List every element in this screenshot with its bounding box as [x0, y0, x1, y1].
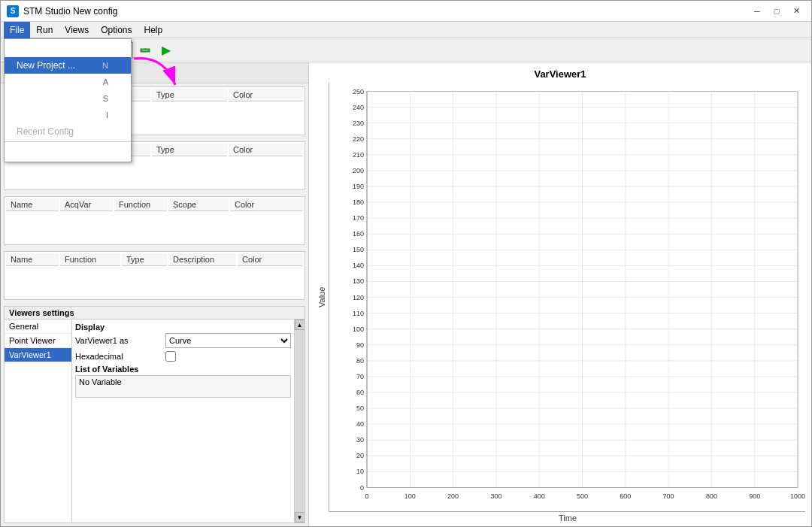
- viewers-settings: Viewers settings General Point Viewer Va…: [4, 306, 305, 523]
- variables-list-box: No Variable: [75, 375, 291, 398]
- svg-text:900: 900: [749, 492, 760, 500]
- menu-import-variables[interactable]: Import variables I: [5, 107, 131, 123]
- svg-text:300: 300: [490, 492, 501, 500]
- svg-text:120: 120: [353, 294, 364, 301]
- svg-text:200: 200: [353, 167, 364, 174]
- svg-text:800: 800: [706, 492, 717, 500]
- col-acqvar: AcqVar: [60, 198, 113, 211]
- list-of-variables-label: List of Variables: [75, 365, 291, 374]
- menu-exit[interactable]: Exit: [5, 144, 131, 160]
- svg-text:600: 600: [620, 492, 631, 500]
- col-color-vars: Color: [229, 89, 303, 101]
- x-axis-label: Time: [315, 513, 805, 522]
- svg-text:80: 80: [356, 357, 364, 365]
- title-bar-controls: ─ □ ✕: [748, 5, 805, 18]
- hexadecimal-label: Hexadecimal: [75, 352, 165, 361]
- svg-text:30: 30: [356, 436, 364, 444]
- svg-text:250: 250: [353, 88, 364, 95]
- title-bar: S STM Studio New config ─ □ ✕: [1, 1, 811, 22]
- svg-rect-7: [143, 50, 147, 51]
- menu-help[interactable]: Help: [138, 22, 169, 38]
- svg-text:140: 140: [353, 262, 364, 269]
- run-button[interactable]: ▶: [157, 41, 175, 59]
- svg-text:130: 130: [353, 277, 364, 285]
- maximize-button[interactable]: □: [768, 5, 786, 18]
- viewer-tab-point[interactable]: Point Viewer: [5, 334, 71, 348]
- col-type-vars: Type: [152, 89, 227, 101]
- functions-section: Name Function Type Description Color: [4, 251, 305, 300]
- menu-options[interactable]: Options: [95, 22, 138, 38]
- col-function: Function: [60, 253, 120, 266]
- col-type-func: Type: [122, 253, 167, 266]
- svg-text:500: 500: [577, 492, 588, 500]
- app-icon: S: [7, 5, 19, 17]
- menu-recent-config: Recent Config: [5, 123, 131, 140]
- svg-text:400: 400: [534, 492, 545, 500]
- svg-text:1000: 1000: [790, 492, 805, 500]
- table-row: [6, 213, 303, 225]
- acqvar-section: Name AcqVar Function Scope Color: [4, 196, 305, 245]
- connect-button[interactable]: [136, 41, 154, 59]
- svg-text:20: 20: [356, 452, 364, 459]
- menu-bar: File Open ... New Project ... N Save Pro…: [1, 22, 811, 38]
- chart-title: VarViewer1: [315, 68, 805, 80]
- svg-text:70: 70: [356, 373, 364, 380]
- menu-run[interactable]: Run: [30, 22, 59, 38]
- svg-text:180: 180: [353, 198, 364, 206]
- svg-text:230: 230: [353, 120, 364, 127]
- display-label: Display: [75, 323, 291, 332]
- menu-file[interactable]: File Open ... New Project ... N Save Pro…: [4, 22, 30, 38]
- svg-text:0: 0: [365, 492, 368, 500]
- menu-save[interactable]: Save ... S: [5, 90, 131, 107]
- viewers-content: General Point Viewer VarViewer1 Display …: [5, 320, 304, 522]
- right-panel: VarViewer1 Value 01020304050607080901001…: [309, 62, 811, 526]
- close-button[interactable]: ✕: [787, 5, 805, 18]
- svg-text:60: 60: [356, 389, 364, 396]
- varviewer-as-select[interactable]: Curve: [165, 333, 291, 348]
- viewer-tab-general[interactable]: General: [5, 320, 71, 334]
- col-scope: Scope: [168, 198, 229, 211]
- svg-text:90: 90: [356, 341, 364, 349]
- svg-text:210: 210: [353, 151, 364, 159]
- scrollbar: ▲ ▼: [294, 320, 304, 522]
- title-bar-left: S STM Studio New config: [7, 5, 117, 17]
- svg-text:40: 40: [356, 420, 364, 428]
- svg-text:190: 190: [353, 183, 364, 190]
- col-name-acq: Name: [6, 198, 59, 211]
- minimize-button[interactable]: ─: [748, 5, 766, 18]
- y-axis-label: Value: [315, 83, 329, 512]
- col-color-func: Color: [238, 253, 303, 266]
- viewers-main: Display VarViewer1 as Curve Hexadecimal …: [72, 320, 294, 522]
- viewers-settings-title: Viewers settings: [5, 307, 304, 320]
- scroll-up-arrow[interactable]: ▲: [295, 320, 305, 330]
- menu-views[interactable]: Views: [59, 22, 95, 38]
- svg-text:170: 170: [353, 214, 364, 222]
- chart-inner: 0102030405060708090100110120130140150160…: [329, 83, 805, 512]
- chart-svg: 0102030405060708090100110120130140150160…: [329, 83, 805, 511]
- svg-text:200: 200: [447, 492, 459, 500]
- hexadecimal-checkbox[interactable]: [165, 351, 176, 362]
- col-color-expr: Color: [229, 144, 303, 156]
- svg-text:240: 240: [353, 104, 364, 111]
- menu-open[interactable]: Open ...: [5, 41, 131, 57]
- col-type-expr: Type: [152, 144, 227, 156]
- svg-text:150: 150: [353, 246, 364, 253]
- functions-table: Name Function Type Description Color: [5, 252, 304, 281]
- menu-new-project[interactable]: New Project ... N: [5, 57, 131, 74]
- table-row: [6, 268, 303, 280]
- viewer-tab-varviewer1[interactable]: VarViewer1: [5, 348, 71, 362]
- app-window: S STM Studio New config ─ □ ✕ File Open …: [0, 0, 812, 527]
- scroll-down-arrow[interactable]: ▼: [295, 512, 305, 522]
- viewers-sidebar: General Point Viewer VarViewer1: [5, 320, 72, 522]
- menu-separator: [5, 141, 131, 142]
- menu-save-project-as[interactable]: Save Project As... A: [5, 74, 131, 90]
- file-dropdown-menu: Open ... New Project ... N Save Project …: [4, 38, 132, 162]
- svg-text:220: 220: [353, 135, 364, 143]
- scroll-track[interactable]: [295, 330, 304, 512]
- varviewer-as-label: VarViewer1 as: [75, 336, 165, 345]
- svg-text:0: 0: [360, 484, 364, 492]
- varviewer-as-row: VarViewer1 as Curve: [75, 333, 291, 348]
- svg-text:110: 110: [353, 310, 364, 317]
- svg-text:100: 100: [404, 492, 416, 500]
- chart-area: Value 0102030405060708090100110120130140…: [315, 83, 805, 512]
